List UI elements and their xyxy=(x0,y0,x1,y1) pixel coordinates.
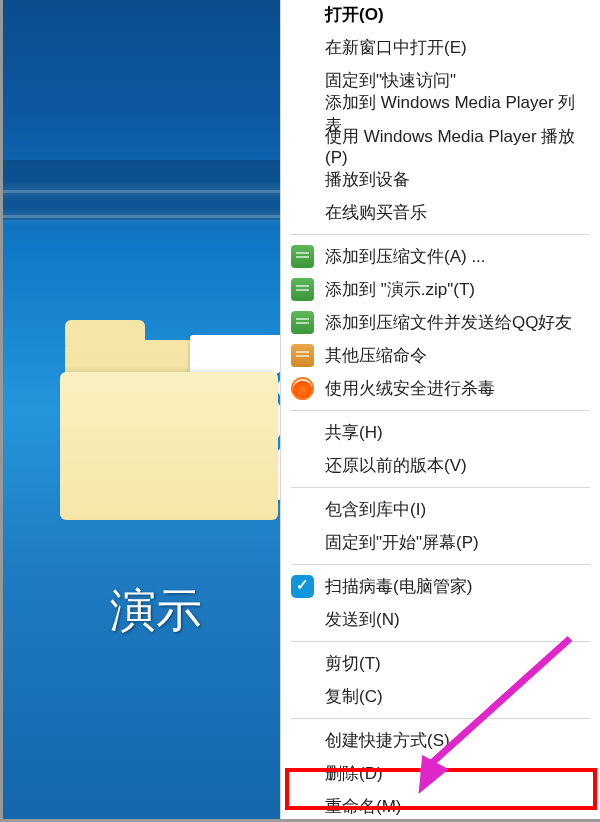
context-menu: 打开(O) 在新窗口中打开(E) 固定到"快速访问" 添加到 Windows M… xyxy=(280,0,600,822)
menu-separator xyxy=(291,234,590,235)
menu-copy[interactable]: 复制(C) xyxy=(281,680,600,713)
menu-play-wmp[interactable]: 使用 Windows Media Player 播放(P) xyxy=(281,130,600,163)
archive-icon xyxy=(291,278,314,301)
menu-include-library[interactable]: 包含到库中(I) xyxy=(281,493,600,526)
menu-add-to-archive[interactable]: 添加到压缩文件(A) ... xyxy=(281,240,600,273)
archive-icon xyxy=(291,344,314,367)
menu-share[interactable]: 共享(H) xyxy=(281,416,600,449)
menu-buy-music-online[interactable]: 在线购买音乐 xyxy=(281,196,600,229)
archive-icon xyxy=(291,311,314,334)
menu-create-shortcut[interactable]: 创建快捷方式(S) xyxy=(281,724,600,757)
menu-delete[interactable]: 删除(D) xyxy=(281,757,600,790)
menu-other-archive[interactable]: 其他压缩命令 xyxy=(281,339,600,372)
folder-desktop-icon[interactable] xyxy=(60,300,285,525)
menu-huorong-scan[interactable]: 使用火绒安全进行杀毒 xyxy=(281,372,600,405)
menu-scan-virus-guanjia[interactable]: 扫描病毒(电脑管家) xyxy=(281,570,600,603)
fire-icon xyxy=(291,377,314,400)
menu-separator xyxy=(291,564,590,565)
wallpaper-streak xyxy=(0,190,300,193)
folder-front xyxy=(60,372,278,520)
wallpaper-streak xyxy=(0,215,300,218)
menu-separator xyxy=(291,641,590,642)
desktop-background: 演示 xyxy=(0,0,280,822)
menu-rename[interactable]: 重命名(M) xyxy=(281,790,600,822)
menu-pin-start[interactable]: 固定到"开始"屏幕(P) xyxy=(281,526,600,559)
menu-send-to[interactable]: 发送到(N) xyxy=(281,603,600,636)
shield-icon xyxy=(291,575,314,598)
menu-add-to-zip[interactable]: 添加到 "演示.zip"(T) xyxy=(281,273,600,306)
menu-restore-previous[interactable]: 还原以前的版本(V) xyxy=(281,449,600,482)
menu-separator xyxy=(291,487,590,488)
menu-separator xyxy=(291,410,590,411)
archive-icon xyxy=(291,245,314,268)
menu-cast-device[interactable]: 播放到设备 xyxy=(281,163,600,196)
folder-label[interactable]: 演示 xyxy=(110,580,202,642)
menu-separator xyxy=(291,718,590,719)
menu-archive-send-qq[interactable]: 添加到压缩文件并发送给QQ好友 xyxy=(281,306,600,339)
window-border xyxy=(0,0,3,822)
menu-open-new-window[interactable]: 在新窗口中打开(E) xyxy=(281,31,600,64)
menu-open[interactable]: 打开(O) xyxy=(281,0,600,31)
menu-cut[interactable]: 剪切(T) xyxy=(281,647,600,680)
